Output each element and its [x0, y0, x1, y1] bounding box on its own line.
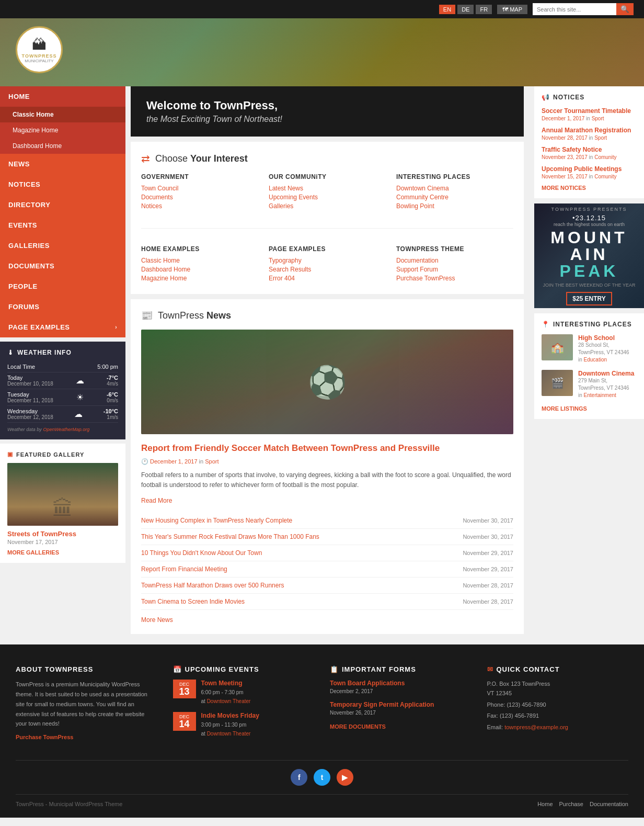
- news-featured-title[interactable]: Report from Friendly Soccer Match Betwee…: [141, 443, 513, 454]
- notice-item: Soccer Tournament Timetable December 1, …: [542, 107, 637, 121]
- place-cinema-category[interactable]: Entertainment: [584, 392, 616, 398]
- lang-de-button[interactable]: DE: [457, 5, 474, 14]
- site-logo[interactable]: 🏔 TOWNPRESS MUNICIPALITY: [16, 26, 68, 78]
- notice-link[interactable]: Upcoming Public Meetings: [542, 165, 637, 173]
- more-galleries-link[interactable]: MORE GALLERIES: [7, 549, 118, 556]
- notice-link[interactable]: Annual Marathon Registration: [542, 127, 637, 134]
- choose-link-downtown-cinema[interactable]: Downtown Cinema: [396, 185, 513, 192]
- news-list-date: November 29, 2017: [463, 566, 513, 572]
- contact-info: P.O. Box 123 TownPressVT 12345 Phone: (1…: [487, 680, 629, 732]
- twitter-button[interactable]: t: [314, 769, 330, 786]
- more-documents-link[interactable]: MORE DOCUMENTS: [330, 723, 386, 730]
- choose-link-documents[interactable]: Documents: [141, 194, 258, 201]
- nav-item-people[interactable]: PEOPLE: [0, 276, 125, 297]
- lang-en-button[interactable]: EN: [439, 5, 455, 14]
- news-list-link[interactable]: 10 Things You Didn't Know About Our Town: [141, 549, 262, 557]
- event-venue-link[interactable]: Downtown Theater: [207, 731, 251, 737]
- choose-link-bowling-point[interactable]: Bowling Point: [396, 202, 513, 210]
- news-list-link[interactable]: Town Cinema to Screen Indie Movies: [141, 598, 245, 605]
- event-title[interactable]: Indie Movies Friday: [201, 712, 259, 719]
- weather-credit-link[interactable]: OpenWeatherMap.org: [43, 427, 89, 432]
- choose-link-error-404[interactable]: Error 404: [269, 275, 386, 282]
- footer-events: 📅 UPCOMING EVENTS DEC 13 Town Meeting 6:…: [173, 665, 315, 744]
- event-venue-link[interactable]: Downtown Theater: [207, 698, 251, 704]
- more-notices-link[interactable]: MORE NOTICES: [542, 185, 637, 191]
- news-list-link[interactable]: TownPress Half Marathon Draws over 500 R…: [141, 582, 284, 589]
- notice-link[interactable]: Traffic Safety Notice: [542, 146, 637, 153]
- read-more-link[interactable]: Read More: [141, 497, 172, 504]
- news-icon: 📰: [141, 310, 153, 321]
- nav-item-home[interactable]: HOME: [0, 86, 125, 107]
- choose-col-heading-page-examples: PAGE EXAMPLES: [269, 245, 386, 253]
- map-button[interactable]: 🗺 MAP: [497, 5, 527, 14]
- footer-link-home[interactable]: Home: [537, 801, 553, 807]
- news-featured-meta: 🕐 December 1, 2017 in Sport: [141, 458, 513, 465]
- news-list-item: Town Cinema to Screen Indie Movies Novem…: [141, 594, 513, 610]
- place-cinema-address: 279 Main St,TownPress, VT 24346: [578, 377, 634, 392]
- choose-link-galleries[interactable]: Galleries: [269, 202, 386, 210]
- more-listings-link[interactable]: MORE LISTINGS: [542, 405, 637, 412]
- news-list-link[interactable]: Report From Financial Meeting: [141, 565, 227, 573]
- ad-subtitle: reach the highest sounds on earth: [554, 222, 625, 227]
- advertisement-widget[interactable]: TOWNPRESS PRESENTS •23.12.15 reach the h…: [534, 203, 644, 308]
- choose-link-notices[interactable]: Notices: [141, 202, 258, 210]
- gallery-image-inner: [7, 463, 118, 526]
- news-header: 📰 TownPress News: [141, 310, 513, 321]
- weather-icon: 🌡: [7, 349, 14, 356]
- choose-link-magazine-home[interactable]: Magazine Home: [141, 275, 258, 282]
- choose-link-documentation[interactable]: Documentation: [396, 257, 513, 264]
- more-news-link[interactable]: More News: [141, 616, 513, 624]
- choose-link-latest-news[interactable]: Latest News: [269, 185, 386, 192]
- nav-item-news[interactable]: NEWS: [0, 154, 125, 174]
- gallery-image[interactable]: [7, 463, 118, 526]
- form-link[interactable]: Town Board Applications: [330, 680, 472, 687]
- contact-email-link[interactable]: townpress@example.org: [504, 724, 568, 730]
- choose-link-typography[interactable]: Typography: [269, 257, 386, 264]
- footer-about-text: TownPress is a premium Municipality Word…: [16, 680, 157, 728]
- choose-link-town-council[interactable]: Town Council: [141, 185, 258, 192]
- place-school-category[interactable]: Education: [584, 357, 607, 363]
- form-link[interactable]: Temporary Sign Permit Application: [330, 701, 472, 708]
- search-input[interactable]: [533, 3, 616, 15]
- news-list: New Housing Complex in TownPress Nearly …: [141, 513, 513, 610]
- notice-category[interactable]: Sport: [592, 116, 604, 121]
- nav-item-page-examples[interactable]: PAGE EXAMPLES ›: [0, 317, 125, 337]
- contact-fax: Fax: (123) 456-7891: [487, 711, 629, 721]
- news-list-link[interactable]: New Housing Complex in TownPress Nearly …: [141, 517, 292, 524]
- choose-link-classic-home[interactable]: Classic Home: [141, 257, 258, 264]
- footer-link-purchase[interactable]: Purchase: [559, 801, 583, 807]
- choose-col-heading-interesting: INTERESTING PLACES: [396, 173, 513, 180]
- footer-link-documentation[interactable]: Documentation: [590, 801, 628, 807]
- nav-sub-classic-home[interactable]: Classic Home: [0, 107, 125, 122]
- footer-purchase-link[interactable]: Purchase TownPress: [16, 734, 157, 740]
- choose-link-purchase[interactable]: Purchase TownPress: [396, 275, 513, 282]
- choose-link-community-centre[interactable]: Community Centre: [396, 194, 513, 201]
- place-school-name[interactable]: High School: [578, 334, 629, 342]
- notice-category[interactable]: Comunity: [594, 174, 616, 179]
- interesting-places-widget: 📍 INTERESTING PLACES 🏫 High School 28 Sc…: [534, 313, 644, 419]
- nav-item-events[interactable]: EVENTS: [0, 215, 125, 235]
- gallery-name[interactable]: Streets of TownPress: [7, 530, 118, 538]
- nav-sub-magazine-home[interactable]: Magazine Home: [0, 122, 125, 138]
- notice-category[interactable]: Comunity: [594, 154, 616, 160]
- choose-link-upcoming-events[interactable]: Upcoming Events: [269, 194, 386, 201]
- notice-link[interactable]: Soccer Tournament Timetable: [542, 107, 637, 115]
- nav-sub-dashboard-home[interactable]: Dashboard Home: [0, 138, 125, 154]
- news-category-link[interactable]: Sport: [205, 458, 218, 465]
- choose-link-search-results[interactable]: Search Results: [269, 266, 386, 273]
- event-title[interactable]: Town Meeting: [201, 680, 251, 687]
- choose-link-support-forum[interactable]: Support Forum: [396, 266, 513, 273]
- nav-item-galleries[interactable]: GALLERIES: [0, 235, 125, 256]
- notice-category[interactable]: Sport: [594, 135, 607, 141]
- lang-fr-button[interactable]: FR: [476, 5, 492, 14]
- choose-link-dashboard-home[interactable]: Dashboard Home: [141, 266, 258, 273]
- nav-item-directory[interactable]: DIRECTORY: [0, 195, 125, 215]
- nav-item-forums[interactable]: FORUMS: [0, 297, 125, 317]
- youtube-button[interactable]: ▶: [337, 769, 353, 786]
- nav-item-documents[interactable]: DOCUMENTS: [0, 256, 125, 276]
- facebook-button[interactable]: f: [291, 769, 307, 786]
- search-submit-button[interactable]: 🔍: [616, 3, 634, 15]
- news-list-link[interactable]: This Year's Summer Rock Festival Draws M…: [141, 533, 319, 540]
- nav-item-notices[interactable]: NOTICES: [0, 174, 125, 195]
- place-cinema-name[interactable]: Downtown Cinema: [578, 370, 634, 377]
